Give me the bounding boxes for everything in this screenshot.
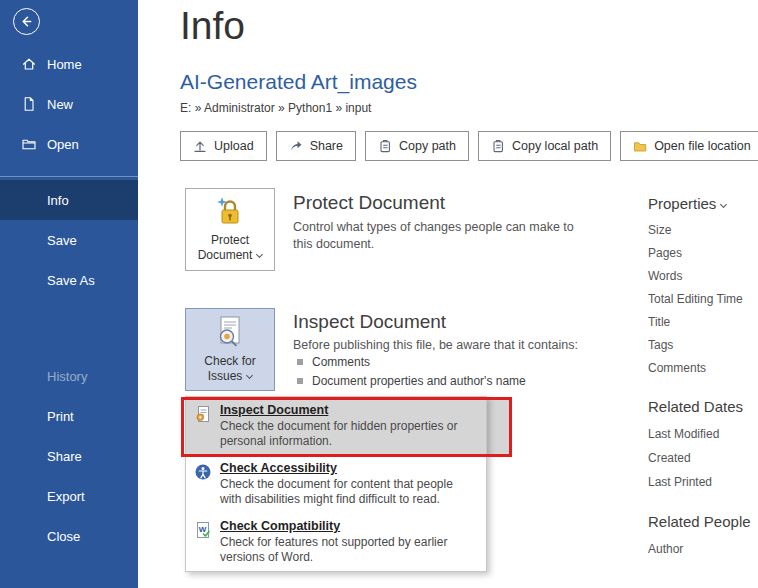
inspect-section-heading: Inspect Document: [293, 311, 446, 333]
protect-section-heading: Protect Document: [293, 192, 445, 214]
bullet-label: Document properties and author's name: [312, 374, 526, 388]
menu-item-check-compatibility[interactable]: W Check Compatibility Check for features…: [186, 513, 486, 571]
sidebar-item-save[interactable]: Save: [0, 220, 138, 260]
copy-local-path-button[interactable]: Copy local path: [478, 131, 611, 161]
home-icon: [21, 56, 37, 72]
sidebar-spacer: [0, 300, 138, 356]
inspect-document-icon: [194, 405, 212, 423]
sidebar-item-label: Home: [47, 57, 82, 72]
sidebar-item-label: Open: [47, 137, 79, 152]
bullet-item: Comments: [297, 352, 526, 371]
button-label: Upload: [214, 139, 254, 153]
menu-item-title: Inspect Document: [220, 403, 470, 417]
sidebar-item-info[interactable]: Info: [0, 180, 138, 220]
lock-icon: [216, 196, 244, 228]
sidebar-item-label: Save: [47, 233, 77, 248]
menu-item-inspect-document[interactable]: Inspect Document Check the document for …: [186, 397, 486, 455]
sidebar-divider: [0, 176, 138, 177]
protect-section-description: Control what types of changes people can…: [293, 219, 583, 253]
menu-item-check-accessibility[interactable]: Check Accessibility Check the document f…: [186, 455, 486, 513]
inspect-document-icon: [215, 315, 245, 349]
document-path: E: » Administrator » Python1 » input: [180, 101, 371, 115]
property-label-total-editing-time: Total Editing Time: [648, 288, 758, 311]
check-for-issues-button[interactable]: Check for Issues: [185, 308, 275, 391]
related-dates-heading: Related Dates: [648, 398, 758, 415]
inspect-bullet-list: Comments Document properties and author'…: [297, 352, 526, 390]
accessibility-icon: [194, 463, 212, 481]
sidebar-item-label: Close: [47, 529, 80, 544]
sidebar-item-label: Save As: [47, 273, 95, 288]
button-label: Open file location: [654, 139, 751, 153]
upload-icon: [193, 139, 207, 153]
related-dates-list: Last Modified Created Last Printed: [648, 422, 758, 494]
button-label: Check for Issues: [190, 354, 270, 384]
date-label-last-printed: Last Printed: [648, 470, 758, 494]
property-label-comments: Comments: [648, 357, 758, 380]
new-document-icon: [21, 96, 37, 112]
menu-item-description: Check the document for content that peop…: [220, 477, 470, 507]
sidebar-item-new[interactable]: New: [0, 84, 138, 124]
chevron-down-icon: [256, 251, 263, 258]
bullet-item: Document properties and author's name: [297, 371, 526, 390]
bullet-label: Comments: [312, 355, 370, 369]
date-label-created: Created: [648, 446, 758, 470]
button-label: Protect Document: [190, 233, 270, 263]
related-people-panel: Related People Author: [648, 513, 758, 561]
properties-list: Size Pages Words Total Editing Time Titl…: [648, 219, 758, 380]
sidebar-item-label: Print: [47, 409, 74, 424]
sidebar-item-label: Share: [47, 449, 82, 464]
chevron-down-icon: [246, 372, 253, 379]
copy-path-button[interactable]: Copy path: [365, 131, 469, 161]
sidebar-item-save-as[interactable]: Save As: [0, 260, 138, 300]
share-icon: [289, 139, 303, 153]
property-label-words: Words: [648, 265, 758, 288]
check-for-issues-menu: Inspect Document Check the document for …: [185, 396, 487, 572]
document-title: AI-Generated Art_images: [180, 70, 417, 94]
menu-item-text: Check Compatibility Check for features n…: [220, 519, 470, 565]
menu-highlight-extension: [487, 400, 509, 455]
button-label: Share: [310, 139, 343, 153]
sidebar-item-history: History: [0, 356, 138, 396]
sidebar: Home New Open Info Save: [0, 0, 138, 588]
property-label-title: Title: [648, 311, 758, 334]
sidebar-item-label: Info: [47, 193, 69, 208]
sidebar-item-close[interactable]: Close: [0, 516, 138, 556]
people-label-author: Author: [648, 537, 758, 561]
sidebar-item-home[interactable]: Home: [0, 44, 138, 84]
bullet-square-icon: [297, 378, 303, 384]
svg-text:W: W: [199, 525, 207, 534]
related-people-heading: Related People: [648, 513, 758, 530]
sidebar-item-open[interactable]: Open: [0, 124, 138, 164]
clipboard-icon: [378, 139, 392, 153]
sidebar-item-export[interactable]: Export: [0, 476, 138, 516]
menu-item-title: Check Compatibility: [220, 519, 470, 533]
protect-document-button[interactable]: Protect Document: [185, 188, 275, 271]
properties-heading[interactable]: Properties: [648, 195, 758, 212]
document-toolbar: Upload Share Copy path Copy local path O…: [180, 131, 758, 161]
sidebar-item-label: New: [47, 97, 73, 112]
sidebar-item-share[interactable]: Share: [0, 436, 138, 476]
backstage-view: Home New Open Info Save: [0, 0, 758, 588]
menu-item-description: Check the document for hidden properties…: [220, 419, 470, 449]
menu-item-title: Check Accessibility: [220, 461, 470, 475]
clipboard-icon: [491, 139, 505, 153]
date-label-last-modified: Last Modified: [648, 422, 758, 446]
button-label: Copy path: [399, 139, 456, 153]
related-dates-panel: Related Dates Last Modified Created Last…: [648, 398, 758, 494]
bullet-square-icon: [297, 359, 303, 365]
sidebar-item-print[interactable]: Print: [0, 396, 138, 436]
related-people-list: Author: [648, 537, 758, 561]
menu-item-description: Check for features not supported by earl…: [220, 535, 470, 565]
property-label-tags: Tags: [648, 334, 758, 357]
sidebar-item-label: History: [47, 369, 87, 384]
menu-item-text: Check Accessibility Check the document f…: [220, 461, 470, 507]
share-button[interactable]: Share: [276, 131, 356, 161]
chevron-down-icon: [720, 201, 727, 208]
button-label: Copy local path: [512, 139, 598, 153]
word-compatibility-icon: W: [194, 521, 212, 539]
back-button[interactable]: [13, 8, 40, 35]
open-file-location-button[interactable]: Open file location: [620, 131, 758, 161]
back-arrow-icon: [19, 14, 34, 29]
sidebar-item-label: Export: [47, 489, 85, 504]
upload-button[interactable]: Upload: [180, 131, 267, 161]
